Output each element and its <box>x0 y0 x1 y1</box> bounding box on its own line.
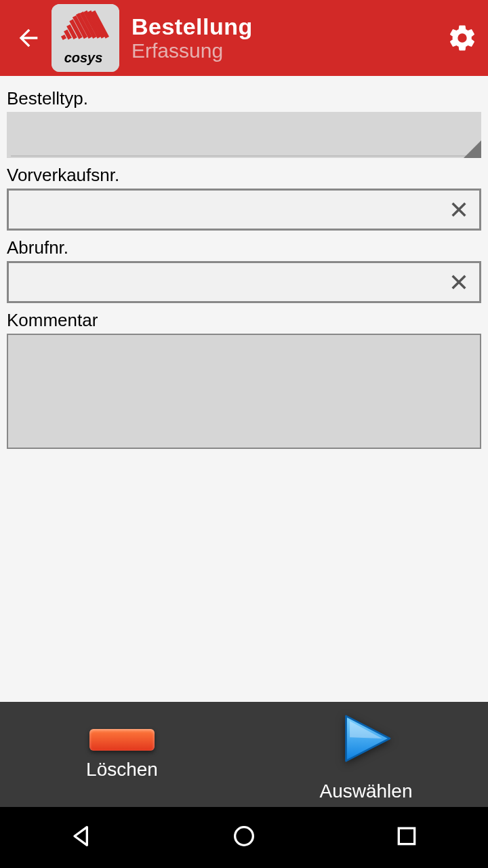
callno-field-wrap <box>7 261 481 303</box>
settings-button[interactable] <box>443 19 481 57</box>
minus-icon <box>89 729 155 751</box>
ordertype-dropdown[interactable] <box>7 112 481 158</box>
back-button[interactable] <box>7 24 50 52</box>
android-navbar <box>0 807 488 868</box>
comment-textarea[interactable] <box>7 334 481 449</box>
nav-home-button[interactable] <box>230 823 258 852</box>
delete-button[interactable]: Löschen <box>0 702 244 807</box>
svg-text:cosys: cosys <box>64 50 103 65</box>
label-callno: Abrufnr. <box>7 237 481 258</box>
close-icon <box>448 199 470 220</box>
arrow-left-icon <box>15 24 42 52</box>
order-form: Bestelltyp. Vorverkaufsnr. Abrufnr. Komm… <box>0 76 488 452</box>
action-bar: Löschen Auswählen <box>0 702 488 807</box>
nav-recent-button[interactable] <box>393 823 420 852</box>
label-ordertype: Bestelltyp. <box>7 88 481 109</box>
svg-point-14 <box>235 827 253 846</box>
callno-input[interactable] <box>9 272 439 293</box>
callno-clear-button[interactable] <box>439 263 479 301</box>
gear-icon <box>447 22 478 54</box>
label-comment: Kommentar <box>7 310 481 331</box>
play-icon <box>335 707 397 772</box>
presale-clear-button[interactable] <box>439 191 479 229</box>
circle-home-icon <box>230 823 258 850</box>
app-header: cosys Bestellung Erfassung <box>0 0 488 76</box>
triangle-back-icon <box>68 823 95 850</box>
presale-field-wrap <box>7 189 481 231</box>
nav-back-button[interactable] <box>68 823 95 852</box>
select-button[interactable]: Auswählen <box>244 702 488 807</box>
label-presale: Vorverkaufsnr. <box>7 165 481 186</box>
close-icon <box>448 271 470 293</box>
page-title: Bestellung <box>131 14 443 39</box>
page-subtitle: Erfassung <box>131 39 443 62</box>
select-label: Auswählen <box>320 781 413 802</box>
svg-rect-15 <box>399 828 414 844</box>
presale-input[interactable] <box>9 199 439 220</box>
delete-label: Löschen <box>86 759 158 781</box>
app-logo: cosys <box>52 4 119 72</box>
square-recent-icon <box>393 823 420 850</box>
